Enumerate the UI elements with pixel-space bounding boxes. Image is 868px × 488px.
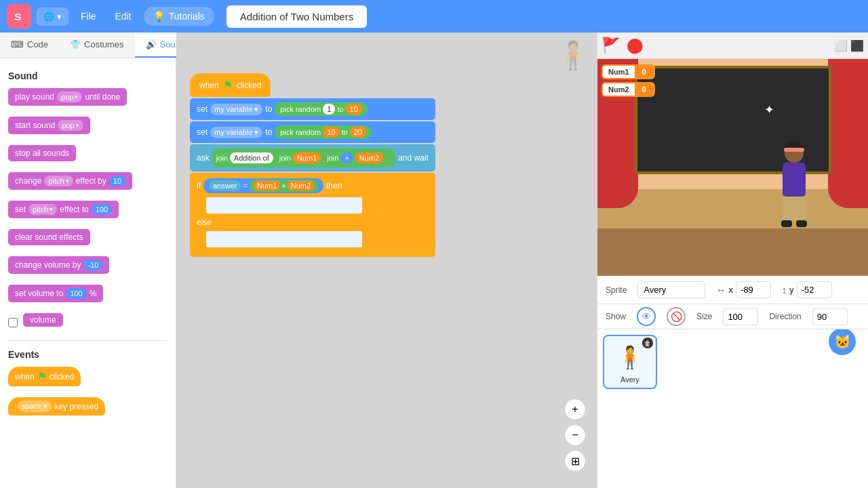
when-clicked-hat[interactable]: when ⚑ clicked bbox=[190, 73, 271, 98]
show-label: Show bbox=[606, 312, 626, 321]
set-pitch-block[interactable]: set pitch ▾ effect to 100 bbox=[8, 201, 167, 224]
stop-all-sounds-block[interactable]: stop all sounds bbox=[8, 145, 167, 167]
sprite-name-input[interactable] bbox=[637, 281, 705, 298]
vol-pct: 100 bbox=[66, 288, 86, 299]
pitch-dropdown[interactable]: pitch ▾ bbox=[44, 176, 73, 186]
left-panel: ⌨ Code 👕 Costumes 🔊 Sounds Sound play so… bbox=[0, 33, 176, 488]
character-headband bbox=[784, 148, 804, 152]
y-input[interactable] bbox=[797, 281, 832, 298]
stop-button[interactable]: ⬤ bbox=[627, 37, 644, 54]
coord-y-group: ↕ y bbox=[782, 281, 832, 298]
sprite-char-icon: 🧍 bbox=[616, 344, 644, 370]
ask-block[interactable]: ask join Addition of join Num1 join + bbox=[190, 144, 435, 171]
num10-input[interactable]: 10 bbox=[346, 104, 362, 115]
start-sound-dropdown[interactable]: pop ▾ bbox=[58, 120, 83, 131]
svg-text:S: S bbox=[14, 11, 21, 22]
direction-label: Direction bbox=[769, 312, 801, 321]
zoom-reset-button[interactable]: ⊞ bbox=[564, 450, 586, 472]
stage-normal-button[interactable]: ⬜ bbox=[834, 39, 848, 52]
costumes-icon: 👕 bbox=[70, 39, 81, 49]
if-block[interactable]: if answer = Num1 + Num2 then bbox=[190, 173, 435, 257]
volume-checkbox[interactable] bbox=[8, 318, 18, 327]
character-pants bbox=[783, 197, 806, 220]
set-pitch-dropdown[interactable]: pitch ▾ bbox=[28, 204, 57, 215]
when-key-pressed-block[interactable]: space ▾ key pressed bbox=[8, 397, 167, 421]
key-dropdown[interactable]: space ▾ bbox=[18, 401, 52, 412]
character-shoes bbox=[781, 220, 807, 227]
var-monitor-num1: Num1 0 bbox=[601, 64, 655, 79]
y-label: y bbox=[789, 285, 794, 295]
star-icon: ✦ bbox=[764, 102, 774, 117]
pick-random1-block[interactable]: pick random 1 to 10 bbox=[275, 102, 367, 116]
stage-fullscreen-button[interactable]: ⬛ bbox=[850, 39, 864, 52]
character-sprite bbox=[774, 144, 814, 232]
add-sprite-button[interactable]: 🐱 bbox=[829, 329, 856, 355]
when-flag-clicked-block[interactable]: when ⚑ clicked bbox=[8, 367, 167, 392]
tutorials-button[interactable]: 💡 Tutorials bbox=[144, 7, 214, 26]
show-visible-button[interactable]: 👁 bbox=[637, 307, 656, 326]
start-sound-block[interactable]: start sound pop ▾ bbox=[8, 117, 167, 140]
tab-code[interactable]: ⌨ Code bbox=[0, 33, 59, 58]
num10b-input[interactable]: 10 bbox=[323, 127, 339, 138]
var2-dropdown[interactable]: my variable ▾ bbox=[210, 127, 262, 138]
zoom-in-button[interactable]: + bbox=[564, 399, 586, 420]
addition-of-text: Addition of bbox=[230, 152, 273, 163]
cat-icon: 🐱 bbox=[834, 333, 851, 350]
character-shoe-left bbox=[781, 220, 792, 227]
globe-icon: 🌐 bbox=[43, 12, 54, 22]
topbar: S 🌐 ▾ File Edit 💡 Tutorials Addition of … bbox=[0, 0, 868, 33]
zoom-out-button[interactable]: − bbox=[564, 424, 586, 446]
character-head bbox=[785, 144, 804, 163]
green-flag-button[interactable]: 🚩 bbox=[601, 37, 620, 54]
globe-button[interactable]: 🌐 ▾ bbox=[37, 7, 68, 26]
x-input[interactable] bbox=[736, 281, 771, 298]
globe-arrow: ▾ bbox=[57, 12, 62, 22]
sprite-delete-button[interactable]: 🗑 bbox=[642, 338, 653, 348]
sprite-item-avery[interactable]: 🗑 🧍 Avery bbox=[603, 335, 657, 389]
sounds-icon: 🔊 bbox=[146, 39, 157, 49]
tab-bar: ⌨ Code 👕 Costumes 🔊 Sounds bbox=[0, 33, 176, 58]
show-hidden-button[interactable]: 🚫 bbox=[667, 307, 686, 326]
stage-controls: 🚩 ⬤ ⬜ ⬛ bbox=[597, 33, 868, 59]
project-title[interactable]: Addition of Two Numbers bbox=[226, 5, 367, 28]
size-input[interactable] bbox=[723, 308, 758, 325]
y-arrows-icon: ↕ bbox=[782, 285, 787, 296]
events-section-title: Events bbox=[8, 349, 167, 360]
sprite-thumbnail: 🧍 bbox=[613, 340, 647, 374]
sprite-label: Sprite bbox=[606, 285, 627, 295]
x-arrows-icon: ↔ bbox=[716, 285, 726, 296]
pop-dropdown[interactable]: pop ▾ bbox=[57, 92, 82, 102]
num1-input[interactable]: 1 bbox=[323, 104, 335, 115]
pick-random2-block[interactable]: pick random 10 to 20 bbox=[275, 125, 372, 139]
character-shoe-right bbox=[796, 220, 807, 227]
file-menu[interactable]: File bbox=[74, 7, 103, 26]
flag-icon: ⚑ bbox=[37, 370, 47, 383]
set-volume-block[interactable]: set volume to 100 % bbox=[8, 285, 167, 308]
num20-input[interactable]: 20 bbox=[350, 127, 366, 138]
x-label: x bbox=[728, 285, 733, 295]
change-volume-block[interactable]: change volume by -10 bbox=[8, 256, 167, 279]
play-sound-block[interactable]: play sound pop ▾ until done bbox=[8, 88, 167, 111]
set-var1-block[interactable]: set my variable ▾ to pick random 1 to 10 bbox=[190, 98, 435, 120]
stage: ✦ Num1 0 Num2 0 bbox=[597, 59, 868, 276]
block-palette: Sound play sound pop ▾ until done start … bbox=[0, 58, 176, 488]
character-body bbox=[783, 163, 806, 197]
vol-val: -10 bbox=[83, 260, 102, 270]
effect-val: 10 bbox=[109, 176, 125, 186]
direction-input[interactable] bbox=[812, 308, 848, 325]
bulb-icon: 💡 bbox=[153, 11, 165, 22]
num1-var: Num1 bbox=[293, 152, 321, 163]
clear-effects-block[interactable]: clear sound effects bbox=[8, 229, 167, 251]
code-icon: ⌨ bbox=[11, 39, 24, 49]
var1-dropdown[interactable]: my variable ▾ bbox=[210, 104, 262, 115]
canvas-area: 🧍 when ⚑ clicked set my variable ▾ to bbox=[176, 33, 597, 488]
edit-menu[interactable]: Edit bbox=[108, 7, 138, 26]
stage-curtain-right bbox=[828, 59, 868, 208]
effect-to-val: 100 bbox=[92, 204, 112, 215]
set-var2-block[interactable]: set my variable ▾ to pick random 10 to 2… bbox=[190, 121, 435, 143]
answer-var: answer bbox=[209, 180, 241, 191]
sprite-info: Sprite ↔ x ↕ y bbox=[597, 276, 868, 304]
stage-floor bbox=[597, 228, 868, 276]
change-pitch-block[interactable]: change pitch ▾ effect by 10 bbox=[8, 172, 167, 195]
tab-costumes[interactable]: 👕 Costumes bbox=[59, 33, 135, 58]
